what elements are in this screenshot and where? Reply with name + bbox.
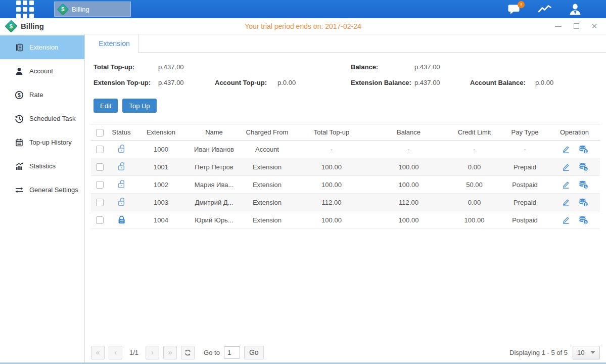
extension-balance-label: Extension Balance: bbox=[351, 79, 411, 86]
extensions-table: Status Extension Name Charged From Total… bbox=[91, 124, 600, 229]
maximize-button[interactable] bbox=[573, 23, 580, 30]
table-row[interactable]: 1004Юрий Юрь...Extension100.00100.00100.… bbox=[91, 211, 600, 229]
history-clock-icon bbox=[15, 114, 24, 123]
next-page-button[interactable]: › bbox=[146, 346, 159, 359]
cell-balance: - bbox=[369, 141, 448, 158]
sidebar-label: Statistics bbox=[29, 162, 56, 170]
edit-button[interactable]: Edit bbox=[94, 99, 118, 113]
row-checkbox[interactable] bbox=[96, 146, 104, 153]
sidebar-item-general-settings[interactable]: General Settings bbox=[0, 178, 84, 202]
top-up-button[interactable]: Top Up bbox=[122, 99, 156, 113]
tab-extension[interactable]: Extension bbox=[90, 34, 138, 53]
sidebar-item-extension[interactable]: Extension bbox=[0, 35, 84, 59]
top-up-coins-icon[interactable]: $ bbox=[578, 198, 588, 207]
close-button[interactable]: ✕ bbox=[591, 23, 598, 30]
cell-name: Дмитрий Д... bbox=[188, 194, 241, 211]
cell-credit-limit: 100.00 bbox=[448, 211, 501, 229]
billing-app-icon: $ bbox=[5, 20, 17, 32]
taskbar: $ Billing ! bbox=[0, 0, 606, 18]
tabstrip: Extension bbox=[85, 34, 606, 53]
table-row[interactable]: 1000Иван ИвановAccount----$ bbox=[91, 141, 600, 158]
cell-charged-from: Extension bbox=[241, 194, 294, 211]
balance-label: Balance: bbox=[351, 63, 378, 71]
table-row[interactable]: 1001Петр ПетровExtension100.00100.000.00… bbox=[91, 158, 600, 176]
sidebar-item-topup-history[interactable]: Top-up History bbox=[0, 130, 84, 154]
refresh-button[interactable] bbox=[181, 346, 195, 359]
edit-icon[interactable] bbox=[561, 198, 570, 207]
last-page-button[interactable]: » bbox=[163, 346, 177, 359]
taskbar-billing-tab[interactable]: $ Billing bbox=[54, 2, 131, 17]
notification-badge: ! bbox=[518, 1, 525, 8]
svg-text:$: $ bbox=[584, 220, 586, 224]
person-icon bbox=[15, 67, 24, 76]
cell-extension: 1004 bbox=[134, 211, 188, 229]
lock-status-icon bbox=[117, 162, 126, 171]
edit-icon[interactable] bbox=[561, 180, 570, 189]
prev-page-button[interactable]: ‹ bbox=[109, 346, 122, 359]
edit-icon[interactable] bbox=[561, 215, 570, 224]
select-all-checkbox[interactable] bbox=[96, 129, 104, 136]
cell-credit-limit: 0.00 bbox=[448, 194, 501, 211]
cell-charged-from: Extension bbox=[241, 211, 294, 229]
pagination-bar: « ‹ 1/1 › » Go to Go Displaying 1 - 5 of… bbox=[91, 345, 600, 359]
goto-page-input[interactable] bbox=[224, 346, 240, 359]
cell-pay-type: Prepaid bbox=[501, 194, 549, 211]
table-row[interactable]: 1002Мария Ива...Extension100.00100.0050.… bbox=[91, 176, 600, 194]
cell-pay-type: Prepaid bbox=[501, 158, 549, 176]
top-up-coins-icon[interactable]: $ bbox=[578, 162, 588, 171]
taskbar-tab-label: Billing bbox=[72, 6, 89, 13]
cell-extension: 1000 bbox=[134, 141, 188, 158]
go-button[interactable]: Go bbox=[244, 346, 264, 359]
lock-status-icon bbox=[117, 215, 126, 224]
account-topup-value: p.0.00 bbox=[277, 79, 296, 86]
col-credit-limit: Credit Limit bbox=[448, 124, 501, 141]
row-checkbox[interactable] bbox=[96, 216, 104, 224]
sidebar-label: Account bbox=[29, 67, 53, 75]
cell-extension: 1002 bbox=[134, 176, 188, 194]
sidebar-item-scheduled-task[interactable]: Scheduled Task bbox=[0, 107, 84, 130]
lock-status-icon bbox=[117, 144, 126, 153]
extension-topup-value: p.437.00 bbox=[158, 79, 184, 86]
cell-balance: 112.00 bbox=[369, 194, 448, 211]
sidebar-item-account[interactable]: Account bbox=[0, 59, 84, 83]
page-size-select[interactable]: 10 bbox=[573, 346, 600, 359]
ledger-icon bbox=[15, 43, 24, 52]
cell-name: Юрий Юрь... bbox=[188, 211, 241, 229]
billing-diamond-icon: $ bbox=[57, 3, 69, 15]
top-up-coins-icon[interactable]: $ bbox=[578, 215, 588, 224]
svg-text:$: $ bbox=[18, 92, 21, 98]
edit-icon[interactable] bbox=[561, 145, 570, 154]
row-checkbox[interactable] bbox=[96, 181, 104, 189]
row-checkbox[interactable] bbox=[96, 163, 104, 171]
cell-name: Иван Иванов bbox=[188, 141, 241, 158]
col-total-topup: Total Top-up bbox=[294, 124, 369, 141]
billing-summary: Total Top-up: p.437.00 Balance: p.437.00… bbox=[85, 53, 606, 96]
sidebar-item-statistics[interactable]: Statistics bbox=[0, 154, 84, 178]
window-title: Billing bbox=[21, 22, 44, 30]
minimize-button[interactable] bbox=[554, 23, 562, 30]
edit-icon[interactable] bbox=[561, 162, 570, 171]
trial-notice: Your trial period ends on: 2017-02-24 bbox=[0, 22, 606, 30]
table-row[interactable]: 1003Дмитрий Д...Extension112.00112.000.0… bbox=[91, 194, 600, 211]
notifications-button[interactable]: ! bbox=[507, 4, 521, 15]
cell-credit-limit: 0.00 bbox=[448, 158, 501, 176]
cell-total-topup: 100.00 bbox=[294, 211, 369, 229]
sidebar-label: Rate bbox=[29, 91, 43, 99]
sidebar-item-rate[interactable]: $ Rate bbox=[0, 83, 84, 107]
goto-label: Go to bbox=[204, 349, 220, 356]
user-account-button[interactable] bbox=[569, 3, 582, 16]
page-size-value: 10 bbox=[577, 349, 584, 356]
account-balance-label: Account Balance: bbox=[470, 79, 526, 86]
first-page-button[interactable]: « bbox=[91, 346, 105, 359]
account-topup-label: Account Top-up: bbox=[215, 79, 267, 86]
main-content: Extension Total Top-up: p.437.00 Balance… bbox=[85, 34, 606, 362]
resource-monitor-button[interactable] bbox=[537, 4, 552, 15]
chevron-down-icon bbox=[590, 351, 595, 354]
app-launcher-grid-icon[interactable] bbox=[16, 1, 34, 18]
top-up-coins-icon[interactable]: $ bbox=[578, 180, 588, 189]
col-name: Name bbox=[188, 124, 241, 141]
row-checkbox[interactable] bbox=[96, 199, 104, 206]
line-chart-icon bbox=[537, 4, 552, 15]
top-up-coins-icon[interactable]: $ bbox=[578, 145, 588, 154]
table-header-row: Status Extension Name Charged From Total… bbox=[91, 124, 600, 141]
